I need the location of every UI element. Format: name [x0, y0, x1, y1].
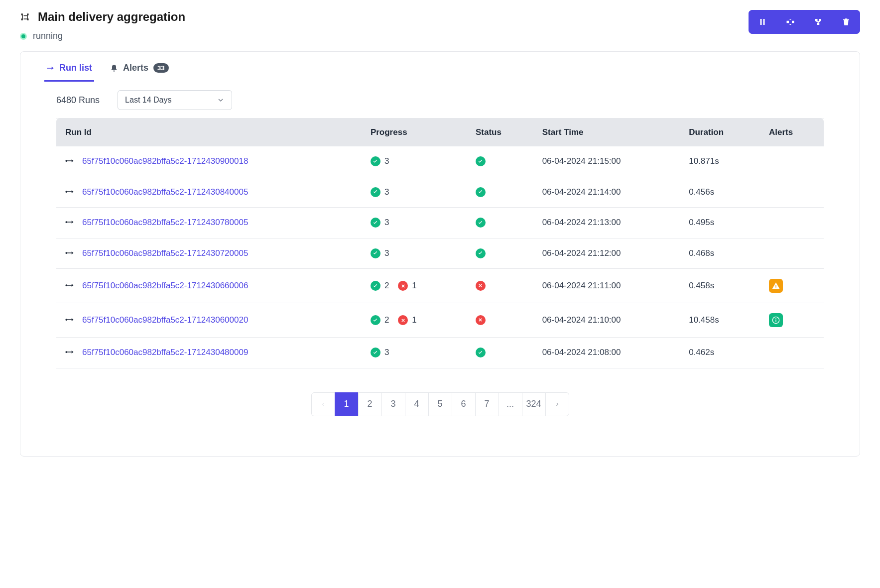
run-id-link[interactable]: 65f75f10c060ac982bffa5c2-1712430780005 — [82, 218, 248, 228]
tab-run-list[interactable]: Run list — [44, 63, 94, 82]
run-arrow-icon — [65, 248, 74, 258]
date-range-select[interactable]: Last 14 Days — [118, 90, 232, 110]
status-fail-icon — [476, 281, 486, 291]
tab-alerts[interactable]: Alerts 33 — [108, 63, 171, 82]
progress-ok-count: 2 — [384, 315, 389, 325]
run-arrow-icon — [65, 218, 74, 228]
rename-icon — [786, 17, 795, 26]
status-fail-icon — [476, 315, 486, 325]
status-ok-icon — [476, 348, 486, 357]
status-ok-icon — [476, 248, 486, 258]
start-time: 06-04-2024 21:10:00 — [533, 303, 680, 338]
table-row: 65f75f10c060ac982bffa5c2-171243060002021… — [56, 303, 824, 338]
table-row: 65f75f10c060ac982bffa5c2-171243084000530… — [56, 177, 824, 208]
delete-button[interactable] — [832, 10, 860, 34]
progress-ok-count: 3 — [384, 156, 389, 166]
pagination-page-6[interactable]: 6 — [452, 392, 476, 416]
col-duration: Duration — [680, 118, 760, 146]
run-id-link[interactable]: 65f75f10c060ac982bffa5c2-1712430840005 — [82, 187, 248, 197]
pagination-page-3[interactable]: 3 — [381, 392, 405, 416]
run-arrow-icon — [65, 315, 74, 325]
start-time: 06-04-2024 21:08:00 — [533, 338, 680, 368]
start-time: 06-04-2024 21:11:00 — [533, 269, 680, 303]
run-id-link[interactable]: 65f75f10c060ac982bffa5c2-1712430480009 — [82, 348, 248, 357]
main-card: Run list Alerts 33 6480 Runs Last 14 Day… — [20, 51, 860, 457]
pagination-prev — [311, 392, 335, 416]
pagination-ellipsis: ... — [499, 392, 522, 416]
check-icon — [371, 281, 380, 291]
start-time: 06-04-2024 21:14:00 — [533, 177, 680, 208]
status-ok-icon — [476, 156, 486, 166]
run-arrow-icon — [65, 348, 74, 357]
check-icon — [371, 315, 380, 325]
pagination-page-4[interactable]: 4 — [405, 392, 429, 416]
table-row: 65f75f10c060ac982bffa5c2-171243072000530… — [56, 238, 824, 269]
start-time: 06-04-2024 21:13:00 — [533, 208, 680, 238]
pause-button[interactable] — [749, 10, 776, 34]
start-time: 06-04-2024 21:15:00 — [533, 146, 680, 177]
run-id-link[interactable]: 65f75f10c060ac982bffa5c2-1712430900018 — [82, 156, 248, 166]
status-ok-icon — [476, 187, 486, 197]
run-arrow-icon — [65, 156, 74, 166]
start-time: 06-04-2024 21:12:00 — [533, 238, 680, 269]
col-run-id: Run Id — [56, 118, 362, 146]
trash-icon — [842, 17, 851, 26]
svg-rect-5 — [67, 222, 72, 223]
progress-ok-count: 3 — [384, 187, 389, 197]
col-status: Status — [467, 118, 533, 146]
pagination-page-1[interactable]: 1 — [335, 392, 359, 416]
check-icon — [371, 248, 380, 258]
run-arrow-icon — [65, 187, 74, 197]
svg-rect-16 — [67, 352, 72, 353]
page-title: Main delivery aggregation — [38, 10, 185, 24]
duration: 0.458s — [680, 269, 760, 303]
pagination-page-324[interactable]: 324 — [522, 392, 546, 416]
graph-button[interactable] — [804, 10, 832, 34]
check-icon — [371, 348, 380, 357]
pause-icon — [758, 17, 767, 26]
svg-rect-7 — [67, 252, 72, 253]
status-dot-icon — [20, 33, 27, 40]
progress-ok-count: 2 — [384, 281, 389, 291]
progress-ok-count: 3 — [384, 348, 389, 357]
tab-alerts-label: Alerts — [123, 63, 148, 73]
pagination-page-7[interactable]: 7 — [475, 392, 499, 416]
svg-rect-14 — [775, 318, 776, 319]
rename-button[interactable] — [776, 10, 804, 34]
duration: 10.458s — [680, 303, 760, 338]
run-id-link[interactable]: 65f75f10c060ac982bffa5c2-1712430600020 — [82, 315, 248, 325]
pagination-page-5[interactable]: 5 — [428, 392, 452, 416]
duration: 0.468s — [680, 238, 760, 269]
pagination-next[interactable] — [545, 392, 569, 416]
alert-warning-badge[interactable] — [769, 279, 783, 293]
date-range-label: Last 14 Days — [125, 96, 171, 105]
svg-rect-13 — [775, 320, 776, 322]
run-id-link[interactable]: 65f75f10c060ac982bffa5c2-1712430720005 — [82, 248, 248, 258]
table-row: 65f75f10c060ac982bffa5c2-171243066000621… — [56, 269, 824, 303]
col-progress: Progress — [362, 118, 467, 146]
runs-table: Run Id Progress Status Start Time Durati… — [56, 118, 824, 368]
progress-fail-count: 1 — [412, 281, 416, 291]
alerts-count-badge: 33 — [153, 63, 168, 73]
check-icon — [371, 156, 380, 166]
tab-run-list-label: Run list — [59, 63, 92, 73]
duration: 0.456s — [680, 177, 760, 208]
duration: 0.495s — [680, 208, 760, 238]
progress-ok-count: 3 — [384, 218, 389, 228]
progress-fail-count: 1 — [412, 315, 416, 325]
check-icon — [371, 187, 380, 197]
table-row: 65f75f10c060ac982bffa5c2-171243090001830… — [56, 146, 824, 177]
tabs: Run list Alerts 33 — [20, 52, 860, 82]
run-id-link[interactable]: 65f75f10c060ac982bffa5c2-1712430660006 — [82, 281, 248, 291]
duration: 0.462s — [680, 338, 760, 368]
pagination-page-2[interactable]: 2 — [358, 392, 382, 416]
progress-ok-count: 3 — [384, 248, 389, 258]
col-start-time: Start Time — [533, 118, 680, 146]
duration: 10.871s — [680, 146, 760, 177]
graph-icon — [814, 17, 823, 26]
alert-info-badge[interactable] — [769, 313, 783, 327]
svg-rect-9 — [67, 285, 72, 286]
action-button-group — [749, 10, 860, 34]
run-arrow-icon — [65, 281, 74, 291]
x-icon — [398, 281, 408, 291]
